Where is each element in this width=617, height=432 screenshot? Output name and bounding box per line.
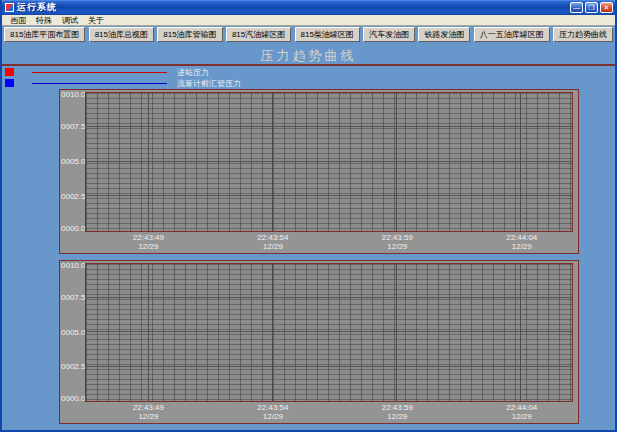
title-bar: 运行系统 — ❐ ✕ [2, 0, 615, 15]
y-tick: 0007.5 [61, 294, 85, 302]
nav-button-truck-loading[interactable]: 汽车发油图 [363, 27, 415, 42]
y-tick: 0000.0 [61, 225, 85, 233]
menu-item-about[interactable]: 关于 [83, 15, 109, 26]
y-tick: 0000.0 [61, 395, 85, 403]
y-tick: 0007.5 [61, 123, 85, 131]
trend-chart-bottom: 0010.0 0007.5 0005.0 0002.5 0000.0 22:43… [59, 260, 579, 424]
trend-chart-top: 0010.0 0007.5 0005.0 0002.5 0000.0 22:43… [59, 89, 579, 254]
x-axis-labels: 22:43:4912/29 22:43:5412/29 22:43:5912/2… [85, 233, 573, 252]
legend-label: 进站压力 [177, 67, 209, 78]
x-tick: 22:43:5412/29 [257, 233, 288, 251]
x-axis-labels: 22:43:4912/29 22:43:5412/29 22:43:5912/2… [85, 403, 573, 422]
legend-label: 流量计前汇管压力 [177, 78, 241, 89]
nav-button-815-tank-area[interactable]: 八一五油库罐区图 [474, 27, 550, 42]
x-tick: 22:43:4912/29 [133, 233, 164, 251]
x-tick: 22:43:5412/29 [257, 403, 288, 421]
screen-nav-toolbar: 815油库平面布置图 815油库总视图 815油库管输图 815汽油罐区图 81… [2, 26, 615, 43]
y-tick: 0002.5 [61, 193, 85, 201]
x-tick: 22:43:4912/29 [133, 403, 164, 421]
window-title: 运行系统 [17, 0, 570, 15]
y-axis-labels: 0010.0 0007.5 0005.0 0002.5 0000.0 [61, 92, 85, 232]
legend-line-blue [32, 83, 167, 84]
app-icon [5, 3, 14, 12]
close-button[interactable]: ✕ [600, 2, 613, 13]
nav-button-pressure-trend[interactable]: 压力趋势曲线 [553, 27, 613, 42]
nav-button-depot-pipeline[interactable]: 815油库管输图 [157, 27, 222, 42]
y-tick: 0010.0 [61, 91, 85, 99]
nav-button-depot-plan[interactable]: 815油库平面布置图 [4, 27, 85, 42]
x-tick: 22:44:0412/29 [506, 403, 537, 421]
y-tick: 0010.0 [61, 262, 85, 270]
plot-area-bottom [85, 263, 573, 402]
nav-button-gasoline-tank-area[interactable]: 815汽油罐区图 [226, 27, 291, 42]
menu-item-screens[interactable]: 画面 [5, 15, 31, 26]
y-tick: 0002.5 [61, 363, 85, 371]
main-content: 压力趋势曲线 进站压力 流量计前汇管压力 0010.0 0007.5 0005.… [2, 43, 615, 429]
x-tick: 22:43:5912/29 [382, 403, 413, 421]
legend-item-inlet-pressure: 进站压力 [2, 67, 302, 78]
plot-area-top [85, 92, 573, 232]
legend-line-red [32, 72, 167, 73]
x-tick: 22:44:0412/29 [506, 233, 537, 251]
nav-button-depot-overview[interactable]: 815油库总视图 [89, 27, 154, 42]
menu-item-debug[interactable]: 调试 [57, 15, 83, 26]
page-title: 压力趋势曲线 [2, 43, 615, 63]
y-tick: 0005.0 [61, 158, 85, 166]
menu-bar: 画面 特殊 调试 关于 [2, 15, 615, 26]
restore-button[interactable]: ❐ [585, 2, 598, 13]
x-tick: 22:43:5912/29 [382, 233, 413, 251]
nav-button-diesel-tank-area[interactable]: 815柴油罐区图 [295, 27, 360, 42]
app-window: 运行系统 — ❐ ✕ 画面 特殊 调试 关于 815油库平面布置图 815油库总… [0, 0, 617, 432]
legend-swatch-red [5, 68, 14, 76]
legend-item-manifold-pressure: 流量计前汇管压力 [2, 78, 302, 89]
legend-swatch-blue [5, 79, 14, 87]
window-controls: — ❐ ✕ [570, 2, 613, 13]
y-axis-labels: 0010.0 0007.5 0005.0 0002.5 0000.0 [61, 263, 85, 402]
nav-button-rail-loading[interactable]: 铁路发油图 [418, 27, 470, 42]
y-tick: 0005.0 [61, 329, 85, 337]
chart-legend: 进站压力 流量计前汇管压力 [2, 67, 302, 89]
menu-item-special[interactable]: 特殊 [31, 15, 57, 26]
minimize-button[interactable]: — [570, 2, 583, 13]
